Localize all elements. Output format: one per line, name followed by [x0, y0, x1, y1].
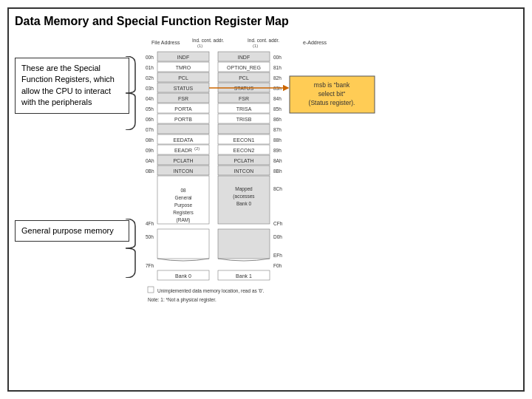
svg-text:87h: 87h	[273, 127, 282, 132]
svg-text:File Address: File Address	[151, 40, 180, 45]
svg-text:(1): (1)	[197, 44, 202, 48]
svg-text:Bank 0: Bank 0	[175, 273, 191, 279]
svg-text:Mapped: Mapped	[235, 186, 253, 192]
svg-rect-92	[218, 229, 270, 259]
svg-text:82h: 82h	[273, 75, 282, 81]
svg-text:84h: 84h	[273, 96, 282, 101]
gpm-annotation: General purpose memory	[15, 220, 129, 242]
svg-text:Unimplemented data memory loca: Unimplemented data memory location, read…	[157, 288, 265, 294]
svg-text:08: 08	[180, 188, 186, 193]
svg-text:Ind. cont. addr.: Ind. cont. addr.	[248, 38, 279, 43]
svg-text:TRISB: TRISB	[236, 117, 252, 122]
svg-text:85h: 85h	[273, 106, 282, 112]
svg-rect-83	[218, 176, 270, 224]
svg-text:86h: 86h	[273, 117, 282, 122]
svg-text:8Ah: 8Ah	[273, 158, 282, 163]
svg-text:8Ch: 8Ch	[273, 186, 282, 191]
svg-text:07h: 07h	[146, 127, 154, 132]
svg-text:8Bh: 8Bh	[273, 168, 282, 174]
svg-text:EEDATA: EEDATA	[174, 137, 194, 143]
svg-text:e-Address: e-Address	[303, 40, 327, 45]
svg-text:EECON2: EECON2	[233, 148, 255, 153]
svg-text:EFh: EFh	[273, 253, 282, 258]
svg-text:FSR: FSR	[239, 96, 249, 101]
svg-text:msb is "bank: msb is "bank	[314, 81, 350, 89]
svg-text:PCLATH: PCLATH	[173, 158, 193, 163]
svg-text:FSR: FSR	[178, 96, 188, 101]
svg-text:81h: 81h	[273, 65, 282, 70]
sfr-annotation: These are the Special Function Registers…	[15, 58, 129, 114]
svg-rect-49	[157, 124, 209, 134]
svg-text:7Fh: 7Fh	[146, 263, 154, 268]
svg-text:PCLATH: PCLATH	[233, 158, 253, 163]
svg-text:INDF: INDF	[238, 55, 250, 60]
svg-text:4Fh: 4Fh	[146, 221, 154, 226]
svg-text:08h: 08h	[146, 137, 154, 143]
svg-text:EEADR: EEADR	[174, 148, 192, 153]
svg-text:(Status register).: (Status register).	[309, 99, 355, 106]
svg-text:EECON1: EECON1	[233, 137, 255, 143]
svg-text:select bit": select bit"	[318, 90, 346, 98]
sfr-label: These are the Special Function Registers…	[21, 64, 115, 106]
left-annotations: These are the Special Function Registers…	[15, 35, 140, 383]
content-area: These are the Special Function Registers…	[15, 35, 517, 383]
svg-text:04h: 04h	[146, 96, 154, 101]
svg-text:Bank 0: Bank 0	[236, 201, 252, 206]
main-container: Data Memory and Special Function Registe…	[7, 7, 525, 392]
svg-rect-90	[157, 229, 209, 259]
svg-text:00h: 00h	[273, 55, 282, 60]
svg-text:Registers: Registers	[173, 210, 194, 216]
svg-text:INDF: INDF	[177, 55, 189, 60]
svg-text:STATUS: STATUS	[174, 86, 194, 91]
svg-text:0Ah: 0Ah	[146, 158, 154, 163]
svg-text:PORTB: PORTB	[174, 117, 192, 122]
svg-text:TMRO: TMRO	[176, 65, 191, 70]
svg-text:Purpose: Purpose	[174, 202, 193, 208]
svg-rect-101	[148, 287, 154, 293]
svg-text:50h: 50h	[146, 234, 154, 239]
svg-text:09h: 09h	[146, 148, 154, 153]
svg-text:OPTION_REG: OPTION_REG	[227, 65, 261, 71]
svg-text:(2): (2)	[194, 146, 200, 151]
svg-text:TRISA: TRISA	[236, 106, 252, 112]
svg-text:00h: 00h	[146, 55, 154, 60]
svg-text:Note: 1:  *Not a physical regi: Note: 1: *Not a physical register.	[148, 297, 216, 303]
svg-text:89h: 89h	[273, 148, 282, 153]
svg-text:Ind. cont. addr.: Ind. cont. addr.	[192, 38, 224, 43]
svg-text:CFh: CFh	[273, 221, 283, 226]
svg-text:General: General	[174, 195, 192, 200]
svg-text:PCL: PCL	[178, 75, 188, 81]
gpm-brace-icon	[122, 219, 137, 278]
svg-text:0Bh: 0Bh	[146, 168, 154, 174]
svg-text:01h: 01h	[146, 65, 154, 70]
svg-text:INTCON: INTCON	[234, 168, 254, 174]
svg-text:06h: 06h	[146, 117, 154, 122]
memory-map-diagram: File Address Ind. cont. addr. (1) Ind. c…	[144, 35, 381, 375]
page-title: Data Memory and Special Function Registe…	[15, 15, 517, 28]
gpm-label: General purpose memory	[21, 226, 114, 235]
svg-text:(RAM): (RAM)	[177, 217, 191, 223]
svg-text:03h: 03h	[146, 86, 154, 91]
svg-rect-50	[218, 124, 270, 134]
svg-text:D0h: D0h	[273, 234, 282, 239]
svg-text:88h: 88h	[273, 137, 282, 143]
svg-text:(1): (1)	[253, 44, 258, 48]
svg-text:(accesses: (accesses	[233, 194, 255, 200]
svg-text:F0h: F0h	[273, 263, 282, 268]
svg-text:Bank 1: Bank 1	[236, 273, 252, 279]
svg-text:02h: 02h	[146, 75, 154, 81]
svg-text:PORTA: PORTA	[174, 106, 192, 112]
svg-text:INTCON: INTCON	[174, 168, 194, 174]
svg-text:PCL: PCL	[239, 75, 249, 81]
sfr-brace-icon	[122, 56, 137, 130]
svg-text:05h: 05h	[146, 106, 154, 112]
diagram-area: File Address Ind. cont. addr. (1) Ind. c…	[144, 35, 514, 383]
